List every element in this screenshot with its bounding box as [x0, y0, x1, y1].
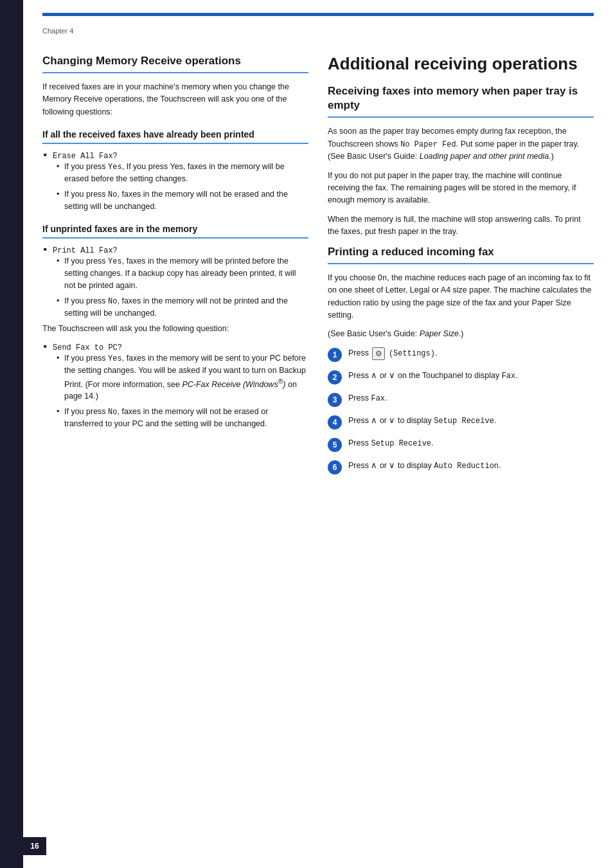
page-container: 16 Chapter 4 Changing Memory Receive ope…	[0, 0, 613, 868]
step-circle-5: 5	[328, 438, 342, 452]
right-inner: Additional receiving operations Receivin…	[328, 54, 594, 475]
left-intro-text: If received faxes are in your machine's …	[42, 81, 308, 118]
section1-para3: When the memory is full, the machine wil…	[328, 213, 594, 239]
print-all-code: Print All Fax?	[53, 246, 118, 255]
section1-title: Receiving faxes into memory when paper t…	[328, 84, 594, 118]
sub-bullet-2b: If you press No, faxes in the memory wil…	[64, 295, 308, 320]
section2-para1: If you choose On, the machine reduces ea…	[328, 272, 594, 322]
step-2-text: Press ∧ or ∨ on the Touchpanel to displa…	[348, 370, 594, 383]
section2-title: Printing a reduced incoming fax	[328, 245, 594, 264]
step-6-text: Press ∧ or ∨ to display Auto Reduction.	[348, 460, 594, 473]
step-1: 1 Press (Settings).	[328, 347, 594, 362]
sub-bullet-3b: If you press No, faxes in the memory wil…	[64, 406, 308, 430]
step-1-text: Press (Settings).	[348, 347, 594, 360]
step-circle-6: 6	[328, 460, 342, 475]
sub-bullet-1b: If you press No, faxes in the memory wil…	[64, 188, 308, 213]
page-number: 16	[23, 837, 46, 855]
erase-all-code: Erase All Fax?	[53, 152, 118, 161]
settings-icon	[372, 347, 385, 360]
step-3: 3 Press Fax.	[328, 392, 594, 407]
section1-para1: As soon as the paper tray becomes empty …	[328, 125, 594, 163]
right-column: Additional receiving operations Receivin…	[328, 54, 594, 842]
section1-para2: If you do not put paper in the paper tra…	[328, 170, 594, 207]
bullet-print-all: Print All Fax? If you press Yes, faxes i…	[53, 245, 308, 319]
left-column: Changing Memory Receive operations If re…	[42, 54, 308, 842]
bullet-send-fax: Send Fax to PC? If you press Yes, faxes …	[53, 342, 308, 430]
left-section-title: Changing Memory Receive operations	[42, 54, 308, 73]
bullet-erase-all: Erase All Fax? If you press Yes, If you …	[53, 150, 308, 213]
section2-para2: (See Basic User's Guide: Paper Size.)	[328, 328, 594, 340]
subsection1-title: If all the received faxes have already b…	[42, 129, 308, 144]
sub-bullet-2a: If you press Yes, faxes in the memory wi…	[64, 255, 308, 292]
sub-bullet-1a: If you press Yes, If you press Yes, faxe…	[64, 161, 308, 185]
content-area: Chapter 4 Changing Memory Receive operat…	[23, 0, 613, 868]
step-3-text: Press Fax.	[348, 392, 594, 405]
touchscreen-text: The Touchscreen will ask you the followi…	[42, 323, 308, 335]
two-column-layout: Changing Memory Receive operations If re…	[42, 54, 594, 842]
main-title: Additional receiving operations	[328, 54, 594, 74]
step-6: 6 Press ∧ or ∨ to display Auto Reduction…	[328, 460, 594, 475]
step-circle-1: 1	[328, 348, 342, 362]
chapter-label: Chapter 4	[42, 27, 594, 35]
left-sidebar: 16	[0, 0, 23, 868]
send-fax-code: Send Fax to PC?	[53, 343, 122, 352]
subsection2-title: If unprinted faxes are in the memory	[42, 223, 308, 239]
sub-bullet-3a: If you press Yes, faxes in the memory wi…	[64, 352, 308, 402]
step-2: 2 Press ∧ or ∨ on the Touchpanel to disp…	[328, 370, 594, 384]
step-4-text: Press ∧ or ∨ to display Setup Receive.	[348, 415, 594, 428]
step-5-text: Press Setup Receive.	[348, 437, 594, 450]
step-4: 4 Press ∧ or ∨ to display Setup Receive.	[328, 415, 594, 429]
step-5: 5 Press Setup Receive.	[328, 437, 594, 452]
step-circle-4: 4	[328, 415, 342, 429]
step-circle-3: 3	[328, 393, 342, 407]
step-circle-2: 2	[328, 370, 342, 384]
